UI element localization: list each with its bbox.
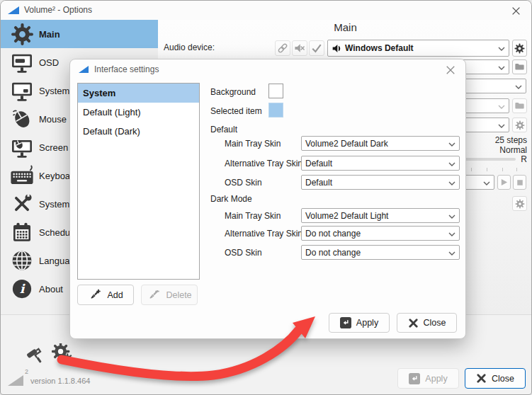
sidebar-item-label: Main (39, 29, 60, 40)
sidebar-item-label: About (39, 284, 63, 294)
chevron-down-icon (448, 211, 455, 221)
version-text: version 1.1.8.464 (30, 377, 90, 385)
row-label: OSD Skin (225, 178, 262, 188)
dark-main-tray-skin-select[interactable]: Volume2 Default Light (301, 208, 460, 223)
dialog-title: Interface settings (94, 64, 159, 74)
add-button-label: Add (107, 290, 123, 300)
info-icon: i (9, 277, 35, 301)
add-skin-button[interactable]: Add (77, 285, 134, 305)
mute-icon[interactable] (292, 40, 307, 56)
dialog-close-icon[interactable] (444, 64, 457, 76)
chevron-down-icon (448, 229, 455, 239)
close-x-icon (408, 318, 419, 328)
dark-osd-skin-select[interactable]: Do not change (301, 245, 460, 260)
sidebar-item-main[interactable]: Main (1, 20, 158, 48)
screen-edge-icon (9, 135, 35, 159)
close-x-icon (476, 373, 487, 384)
enter-icon (409, 373, 420, 384)
page-title: Main (158, 21, 532, 33)
stop-button[interactable] (513, 175, 526, 190)
check-icon[interactable] (309, 40, 324, 56)
enter-icon (340, 317, 351, 328)
osd-skin-select[interactable]: Default (301, 175, 460, 190)
skin-list-item[interactable]: System (78, 84, 199, 103)
chevron-down-icon (448, 248, 455, 258)
chevron-down-icon (483, 178, 490, 188)
window-close-icon[interactable] (509, 4, 523, 18)
slider-tick (487, 168, 487, 171)
apply-button: Apply (397, 368, 459, 389)
window-titlebar: Volume² - Options (1, 1, 531, 20)
skin-list-item[interactable]: Default (Light) (78, 103, 199, 122)
select-value: Volume2 Default Light (305, 211, 388, 221)
close-button-label: Close (492, 374, 514, 384)
mouse-icon (9, 107, 35, 131)
gears-icon[interactable] (52, 343, 74, 366)
sidebar-item-label: System (39, 199, 69, 210)
chevron-down-icon (498, 43, 505, 53)
settings-button-disabled (512, 118, 527, 132)
app-logo-icon (8, 6, 19, 14)
tools-icon (9, 192, 35, 216)
background-label: Background (210, 87, 256, 97)
chevron-down-icon (498, 101, 505, 111)
background-swatch[interactable] (268, 84, 283, 98)
select-value: Do not change (305, 248, 361, 258)
alt-tray-skin-select[interactable]: Default (301, 156, 460, 171)
dialog-close-button[interactable]: Close (397, 313, 457, 333)
interface-settings-dialog: Interface settings System Default (Light… (69, 59, 466, 339)
dialog-apply-button[interactable]: Apply (329, 313, 390, 333)
delete-button-label: Delete (166, 290, 191, 300)
options-window: Volume² - Options (0, 0, 532, 395)
row-label: OSD Skin (225, 248, 262, 258)
brush-minus-icon (147, 288, 161, 302)
apply-button-label: Apply (425, 374, 447, 384)
link-devices-icon[interactable] (275, 40, 290, 56)
paint-roller-icon[interactable] (26, 345, 46, 365)
select-value: Default (305, 159, 332, 168)
steps-text: 25 steps (495, 135, 527, 145)
extra-settings-button[interactable] (512, 196, 527, 211)
audio-settings-button[interactable] (512, 40, 527, 57)
main-tray-skin-select[interactable]: Volume2 Default Dark (301, 136, 460, 151)
mode-text: Normal (499, 145, 527, 155)
osd-monitor-icon (9, 50, 35, 74)
play-button[interactable] (497, 175, 511, 190)
chevron-down-icon (448, 139, 455, 149)
dialog-apply-label: Apply (356, 318, 378, 328)
browse-folder-button-disabled (512, 98, 527, 113)
row-label: Main Tray Skin (225, 211, 281, 221)
chevron-down-icon (448, 178, 455, 188)
channel-text: R (521, 154, 527, 164)
brush-plus-icon (88, 288, 102, 302)
keyboard-icon (9, 164, 35, 188)
row-label: Main Tray Skin (225, 139, 281, 149)
audio-device-select[interactable]: Windows Default (327, 40, 509, 57)
skin-list[interactable]: System Default (Light) Default (Dark) (77, 83, 200, 280)
section-label-default: Default (210, 125, 237, 134)
chevron-down-icon (498, 62, 505, 72)
footer-logo-icon (8, 375, 23, 386)
gear-icon (9, 22, 35, 46)
selected-item-swatch[interactable] (268, 103, 283, 118)
slider-tick (502, 168, 503, 171)
select-value: Volume2 Default Dark (305, 139, 388, 149)
sidebar-item-label: OSD (39, 57, 59, 68)
select-value: Do not change (305, 229, 361, 239)
dialog-logo-icon (79, 66, 89, 73)
section-label-dark-mode: Dark Mode (210, 194, 252, 204)
footer-logo-sup: 2 (25, 368, 28, 375)
close-button[interactable]: Close (465, 368, 526, 389)
select-value: Default (305, 178, 332, 188)
dark-alt-tray-skin-select[interactable]: Do not change (301, 226, 460, 241)
row-label: Alternative Tray Skin (225, 229, 302, 239)
globe-icon (9, 248, 35, 273)
slider-tick (516, 168, 517, 171)
chevron-down-icon (515, 81, 522, 91)
browse-folder-button[interactable] (512, 59, 527, 74)
calendar-icon (9, 220, 35, 244)
audio-device-label: Audio device: (164, 42, 215, 52)
skin-list-item[interactable]: Default (Dark) (78, 122, 199, 141)
chevron-down-icon (448, 159, 455, 168)
row-label: Alternative Tray Skin (225, 159, 302, 168)
